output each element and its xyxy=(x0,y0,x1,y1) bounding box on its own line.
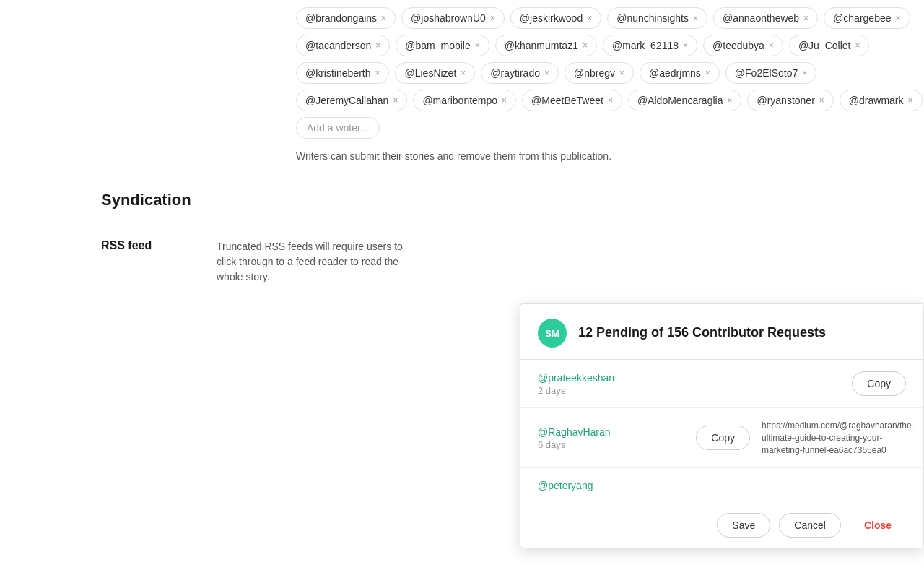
tag-label: @brandongains xyxy=(305,12,377,24)
tag-raytirado[interactable]: @raytirado × xyxy=(481,62,559,84)
remove-icon[interactable]: × xyxy=(475,40,480,51)
tag-label: @kristineberth xyxy=(305,67,370,79)
add-writer-button[interactable]: Add a writer... xyxy=(296,117,380,139)
remove-icon[interactable]: × xyxy=(803,13,808,23)
tag-label: @joshabrownU0 xyxy=(411,12,486,24)
tag-label: @annaontheweb xyxy=(723,12,799,24)
remove-icon[interactable]: × xyxy=(896,13,901,23)
remove-icon[interactable]: × xyxy=(727,95,732,105)
avatar: SM xyxy=(538,319,567,348)
request-time-2: 6 days xyxy=(538,439,684,450)
close-button[interactable]: Close xyxy=(850,514,906,537)
remove-icon[interactable]: × xyxy=(802,68,807,78)
tag-ju-collet[interactable]: @Ju_Collet × xyxy=(789,35,870,56)
tag-label: @Ju_Collet xyxy=(798,40,851,51)
cancel-button[interactable]: Cancel xyxy=(779,513,841,538)
rss-feed-label: RSS feed xyxy=(101,239,188,252)
tag-label: @drawmark xyxy=(849,95,904,106)
tag-label: @maribontempo xyxy=(422,95,497,106)
tag-ryanstoner[interactable]: @ryanstoner × xyxy=(747,90,833,111)
remove-icon[interactable]: × xyxy=(375,40,380,51)
tag-tacanderson[interactable]: @tacanderson × xyxy=(296,35,390,56)
rss-feed-row: RSS feed Truncated RSS feeds will requir… xyxy=(101,239,404,285)
syndication-section: Syndication RSS feed Truncated RSS feeds… xyxy=(0,191,924,285)
tag-joshabrownU0[interactable]: @joshabrownU0 × xyxy=(401,7,505,29)
remove-icon[interactable]: × xyxy=(908,95,913,105)
request-info-3: @peteryang xyxy=(538,480,906,491)
remove-icon[interactable]: × xyxy=(583,40,588,51)
remove-icon[interactable]: × xyxy=(461,68,466,78)
section-divider xyxy=(101,217,404,217)
tag-annaontheweb[interactable]: @annaontheweb × xyxy=(713,7,818,29)
tag-jeskirkwood[interactable]: @jeskirkwood × xyxy=(510,7,601,29)
tag-label: @teedubya xyxy=(712,40,764,51)
tag-label: @raytirado xyxy=(490,67,540,79)
remove-icon[interactable]: × xyxy=(544,68,549,78)
remove-icon[interactable]: × xyxy=(587,13,592,23)
request-time-1: 2 days xyxy=(538,385,840,396)
remove-icon[interactable]: × xyxy=(381,13,386,23)
tag-teedubya[interactable]: @teedubya × xyxy=(703,35,783,56)
remove-icon[interactable]: × xyxy=(693,13,698,23)
tag-drawmark[interactable]: @drawmark × xyxy=(840,90,923,111)
request-username-2[interactable]: @RaghavHaran xyxy=(538,426,684,438)
tag-meetbetweet[interactable]: @MeetBeTweet × xyxy=(522,90,622,111)
tag-aldomencaraglia[interactable]: @AldoMencaraglia × xyxy=(628,90,742,111)
remove-icon[interactable]: × xyxy=(502,95,507,105)
avatar-text: SM xyxy=(545,328,559,339)
tag-label: @ryanstoner xyxy=(757,95,814,106)
page-container: @brandongains × @joshabrownU0 × @jeskirk… xyxy=(0,0,924,578)
request-url-2: https://medium.com/@raghavharan/the-ulti… xyxy=(762,420,906,456)
pending-title: 12 Pending of 156 Contributor Requests xyxy=(578,324,826,341)
tag-label: @mark_62118 xyxy=(612,40,679,51)
overlay-panel: SM 12 Pending of 156 Contributor Request… xyxy=(520,303,924,548)
tag-maribontempo[interactable]: @maribontempo × xyxy=(413,90,516,111)
remove-icon[interactable]: × xyxy=(855,40,860,51)
tag-label: @aedrjmns xyxy=(649,67,701,79)
request-info-1: @prateekkeshari 2 days xyxy=(538,372,840,396)
request-info-2: @RaghavHaran 6 days xyxy=(538,426,684,450)
remove-icon[interactable]: × xyxy=(608,95,613,105)
remove-icon[interactable]: × xyxy=(490,13,495,23)
overlay-footer: Save Cancel Close xyxy=(520,503,923,548)
tag-nbregv[interactable]: @nbregv × xyxy=(565,62,634,84)
copy-button-2[interactable]: Copy xyxy=(696,426,750,450)
tag-khanmumtaz1[interactable]: @khanmumtaz1 × xyxy=(495,35,597,56)
request-username-3[interactable]: @peteryang xyxy=(538,480,906,491)
remove-icon[interactable]: × xyxy=(619,68,624,78)
tag-kristineberth[interactable]: @kristineberth × xyxy=(296,62,389,84)
tags-container: @brandongains × @joshabrownU0 × @jeskirk… xyxy=(296,0,924,139)
writers-section: @brandongains × @joshabrownU0 × @jeskirk… xyxy=(0,0,924,162)
remove-icon[interactable]: × xyxy=(683,40,688,51)
tag-liesnizet[interactable]: @LiesNizet × xyxy=(395,62,475,84)
tag-mark62118[interactable]: @mark_62118 × xyxy=(603,35,697,56)
tag-nunchinsights[interactable]: @nunchinsights × xyxy=(607,7,707,29)
copy-button-1[interactable]: Copy xyxy=(852,371,906,396)
tag-label: @AldoMencaraglia xyxy=(637,95,723,106)
syndication-title: Syndication xyxy=(101,191,404,210)
tag-chargebee[interactable]: @chargebee × xyxy=(824,7,910,29)
tag-brandongains[interactable]: @brandongains × xyxy=(296,7,396,29)
tag-jeremycallahan[interactable]: @JeremyCallahan × xyxy=(296,90,407,111)
tag-aedrjmns[interactable]: @aedrjmns × xyxy=(640,62,720,84)
tag-label: @tacanderson xyxy=(305,40,371,51)
tag-label: @JeremyCallahan xyxy=(305,95,388,106)
tag-label: @Fo2ElSoto7 xyxy=(735,67,798,79)
remove-icon[interactable]: × xyxy=(393,95,398,105)
remove-icon[interactable]: × xyxy=(705,68,710,78)
tag-fo2elsoto7[interactable]: @Fo2ElSoto7 × xyxy=(725,62,816,84)
tag-label: @chargebee xyxy=(833,12,891,24)
remove-icon[interactable]: × xyxy=(819,95,824,105)
remove-icon[interactable]: × xyxy=(375,68,380,78)
tag-label: @nbregv xyxy=(574,67,615,79)
tag-label: @LiesNizet xyxy=(404,67,456,79)
save-button[interactable]: Save xyxy=(717,513,770,538)
request-item-2: @RaghavHaran 6 days Copy https://medium.… xyxy=(520,408,923,468)
request-username-1[interactable]: @prateekkeshari xyxy=(538,372,840,384)
tag-label: @MeetBeTweet xyxy=(531,95,603,106)
add-writer-label: Add a writer... xyxy=(307,122,369,134)
tag-label: @jeskirkwood xyxy=(520,12,583,24)
remove-icon[interactable]: × xyxy=(769,40,774,51)
tag-label: @bam_mobile xyxy=(405,40,470,51)
tag-bam-mobile[interactable]: @bam_mobile × xyxy=(396,35,489,56)
